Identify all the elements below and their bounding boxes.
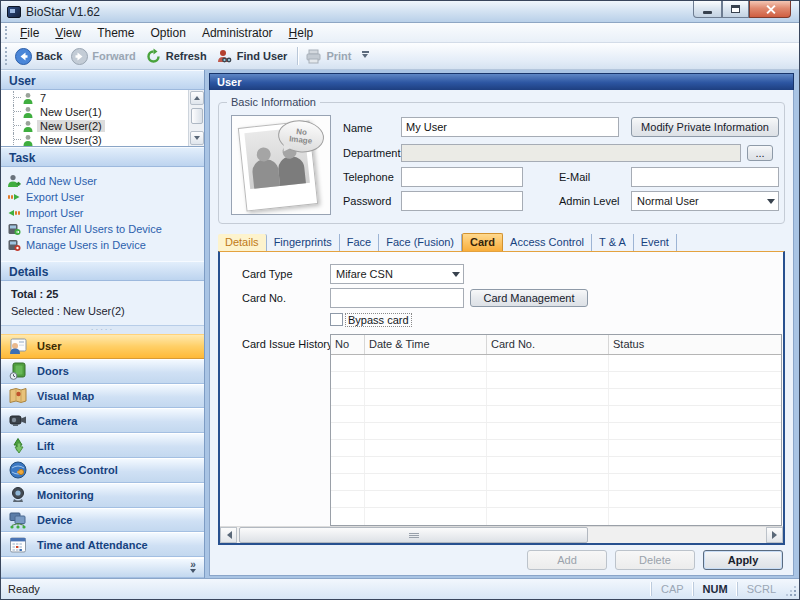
column-header-date-time[interactable]: Date & Time xyxy=(365,335,487,354)
column-header-status[interactable]: Status xyxy=(609,335,781,354)
table-row xyxy=(331,440,781,457)
close-button[interactable] xyxy=(749,1,791,18)
back-button[interactable]: Back xyxy=(12,46,68,67)
scrollbar-thumb[interactable] xyxy=(239,527,588,543)
user-tree-item[interactable]: New User(3) xyxy=(1,133,188,147)
page-title: User xyxy=(209,73,794,90)
nav-access-control[interactable]: Access Control xyxy=(1,458,204,483)
department-label: Department xyxy=(343,147,400,159)
scroll-up-button[interactable] xyxy=(190,91,204,105)
nav-device[interactable]: Device xyxy=(1,508,204,533)
user-tree: 7 New User(1) New User(2) xyxy=(1,90,204,147)
minimize-icon xyxy=(703,11,712,14)
tab-t-and-a[interactable]: T & A xyxy=(592,234,634,251)
nav-time-and-attendance[interactable]: Time and Attendance xyxy=(1,532,204,557)
arrow-right-icon xyxy=(772,531,781,539)
nav-visual-map[interactable]: Visual Map xyxy=(1,384,204,409)
tab-event[interactable]: Event xyxy=(634,234,677,251)
task-list: Add New User Export User Import User Tra… xyxy=(1,167,204,261)
main-panel: User Basic Information No Image xyxy=(209,73,794,576)
card-no-field[interactable] xyxy=(330,288,464,308)
print-button[interactable]: Print xyxy=(302,46,357,67)
horizontal-scrollbar[interactable] xyxy=(220,526,783,543)
import-icon xyxy=(7,206,21,220)
tab-card[interactable]: Card xyxy=(462,233,503,251)
menu-theme[interactable]: Theme xyxy=(89,24,142,42)
user-tree-item[interactable]: 7 xyxy=(1,91,188,105)
window-title: BioStar V1.62 xyxy=(26,5,100,19)
refresh-button[interactable]: Refresh xyxy=(142,46,213,67)
resize-grip[interactable] xyxy=(785,579,799,599)
menu-option[interactable]: Option xyxy=(143,24,194,42)
tab-fingerprints[interactable]: Fingerprints xyxy=(267,234,340,251)
nav-collapse-button[interactable]: » xyxy=(1,558,204,578)
task-transfer-all-users[interactable]: Transfer All Users to Device xyxy=(7,221,204,236)
task-export-user[interactable]: Export User xyxy=(7,189,204,204)
sidebar-splitter[interactable]: ····· xyxy=(1,325,204,334)
scroll-right-button[interactable] xyxy=(766,527,783,543)
delete-button[interactable]: Delete xyxy=(615,550,695,570)
menu-view[interactable]: View xyxy=(47,24,89,42)
tab-face[interactable]: Face xyxy=(340,234,379,251)
nav-user[interactable]: User xyxy=(1,334,204,359)
tree-scrollbar[interactable] xyxy=(188,90,204,146)
tab-access-control[interactable]: Access Control xyxy=(503,234,592,251)
arrow-left-icon xyxy=(223,531,232,539)
card-type-label: Card Type xyxy=(242,268,293,280)
admin-level-select[interactable]: Normal User xyxy=(631,191,779,211)
tab-face-fusion[interactable]: Face (Fusion) xyxy=(379,234,462,251)
add-button[interactable]: Add xyxy=(527,550,607,570)
menu-administrator[interactable]: Administrator xyxy=(194,24,281,42)
task-manage-users-in-device[interactable]: Manage Users in Device xyxy=(7,237,204,252)
scrollbar-thumb[interactable] xyxy=(191,108,203,124)
department-field[interactable] xyxy=(401,144,741,162)
maximize-button[interactable] xyxy=(722,1,749,18)
scroll-down-button[interactable] xyxy=(190,131,204,145)
toolbar-overflow-button[interactable] xyxy=(359,51,371,61)
name-field[interactable] xyxy=(401,117,619,137)
user-photo-placeholder[interactable]: No Image xyxy=(231,115,331,215)
app-icon xyxy=(7,6,21,18)
nav-lift[interactable]: Lift xyxy=(1,433,204,458)
card-issue-history-label: Card Issue History xyxy=(242,338,332,350)
forward-icon xyxy=(71,48,88,65)
bypass-card-label: Bypass card xyxy=(346,314,411,326)
user-icon xyxy=(22,106,34,118)
email-field[interactable] xyxy=(631,167,779,187)
password-label: Password xyxy=(343,195,391,207)
column-header-card-no[interactable]: Card No. xyxy=(487,335,609,354)
find-user-button[interactable]: Find User xyxy=(213,46,294,67)
nav-doors[interactable]: Doors xyxy=(1,359,204,384)
card-management-button[interactable]: Card Management xyxy=(470,289,588,307)
task-add-new-user[interactable]: Add New User xyxy=(7,173,204,188)
time-attendance-icon xyxy=(8,535,28,555)
scroll-left-button[interactable] xyxy=(220,527,237,543)
password-field[interactable] xyxy=(401,191,523,211)
user-icon xyxy=(22,134,34,146)
user-tree-item-selected[interactable]: New User(2) xyxy=(1,119,188,133)
status-ready: Ready xyxy=(8,583,40,595)
department-browse-button[interactable]: ... xyxy=(747,145,773,161)
lift-icon xyxy=(8,436,28,456)
tab-details[interactable]: Details xyxy=(218,234,267,251)
bypass-card-checkbox[interactable] xyxy=(330,313,343,326)
refresh-icon xyxy=(145,48,162,65)
toolbar-grip xyxy=(5,47,8,65)
menu-help[interactable]: Help xyxy=(281,24,322,42)
group-title: Basic Information xyxy=(227,96,320,108)
forward-button[interactable]: Forward xyxy=(68,46,141,67)
telephone-field[interactable] xyxy=(401,167,523,187)
card-type-select[interactable]: Mifare CSN xyxy=(330,264,464,284)
card-no-label: Card No. xyxy=(242,292,286,304)
modify-private-information-button[interactable]: Modify Private Information xyxy=(631,117,779,137)
nav-monitoring[interactable]: Monitoring xyxy=(1,483,204,508)
card-tab-panel: Card Type Mifare CSN Card No. Card Manag… xyxy=(218,251,785,545)
nav-camera[interactable]: Camera xyxy=(1,408,204,433)
apply-button[interactable]: Apply xyxy=(703,550,783,570)
minimize-button[interactable] xyxy=(693,1,722,18)
user-tree-item[interactable]: New User(1) xyxy=(1,105,188,119)
menu-file[interactable]: File xyxy=(12,24,47,42)
column-header-no[interactable]: No xyxy=(331,335,365,354)
table-row xyxy=(331,474,781,491)
task-import-user[interactable]: Import User xyxy=(7,205,204,220)
